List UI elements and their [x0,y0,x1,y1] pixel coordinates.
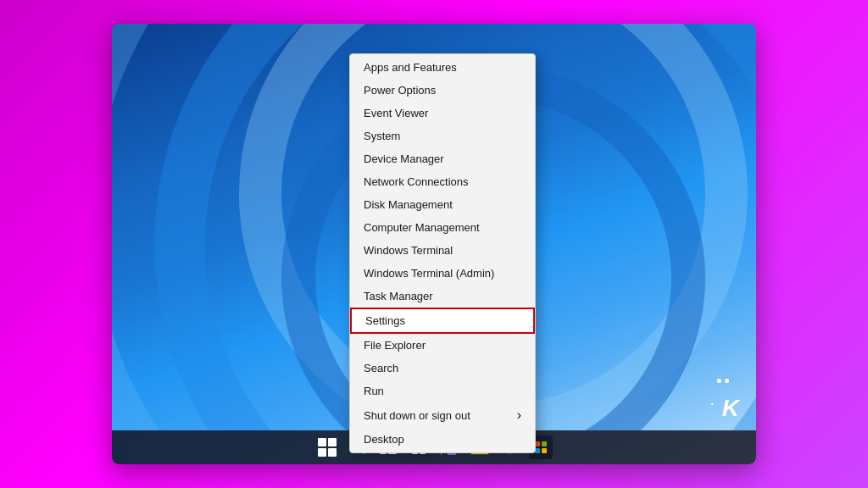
svg-rect-16 [542,448,547,453]
context-menu-item-shut-down-or-sign-out[interactable]: Shut down or sign out› [350,402,535,428]
context-menu-item-windows-terminal-(admin)[interactable]: Windows Terminal (Admin) [350,262,535,285]
context-menu-item-disk-management[interactable]: Disk Management [350,193,535,216]
context-menu-item-apps-and-features[interactable]: Apps and Features [350,56,535,79]
context-menu-item-device-manager[interactable]: Device Manager [350,147,535,170]
context-menu-item-task-manager[interactable]: Task Manager [350,285,535,308]
desktop-background: Apps and FeaturesPower OptionsEvent View… [112,24,756,464]
svg-rect-14 [542,441,547,446]
context-menu: Apps and FeaturesPower OptionsEvent View… [349,53,536,453]
context-menu-item-network-connections[interactable]: Network Connections [350,170,535,193]
context-menu-item-windows-terminal[interactable]: Windows Terminal [350,239,535,262]
context-menu-item-power-options[interactable]: Power Options [350,79,535,102]
context-menu-item-computer-management[interactable]: Computer Management [350,216,535,239]
taskbar-icon-windows-start[interactable] [315,435,339,459]
screen-container: Apps and FeaturesPower OptionsEvent View… [112,24,756,464]
branding-logo: · K [710,395,739,422]
context-menu-item-run[interactable]: Run [350,380,535,402]
context-menu-item-settings[interactable]: Settings [350,308,535,334]
branding-dots [715,373,731,388]
context-menu-item-system[interactable]: System [350,125,535,147]
context-menu-item-file-explorer[interactable]: File Explorer [350,334,535,357]
context-menu-item-event-viewer[interactable]: Event Viewer [350,102,535,125]
context-menu-item-desktop[interactable]: Desktop [350,428,535,451]
context-menu-item-search[interactable]: Search [350,357,535,380]
